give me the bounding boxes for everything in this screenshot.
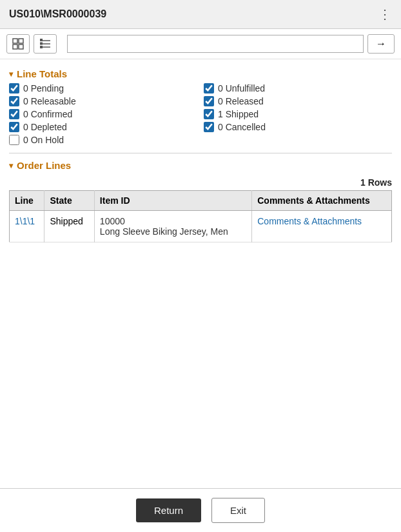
checkbox-confirmed-label: 0 Confirmed [23,109,72,119]
go-button[interactable]: → [367,34,395,54]
item-id-value: 10000 [100,216,246,226]
checkbox-shipped[interactable]: 1 Shipped [204,109,392,119]
checkbox-unfulfilled-label: 0 Unfulfilled [218,83,265,94]
comments-attachments-link[interactable]: Comments & Attachments [257,216,362,226]
checkbox-pending[interactable]: 0 Pending [9,83,197,94]
order-lines-section-header[interactable]: ▾ Order Lines [9,153,392,175]
checkbox-releasable-input[interactable] [9,96,19,106]
checkbox-shipped-input[interactable] [204,109,214,119]
checkbox-depleted-label: 0 Depleted [23,122,67,132]
table-header-row: Line State Item ID Comments & Attachment… [10,191,392,211]
order-lines-label: Order Lines [17,160,71,171]
checkbox-depleted[interactable]: 0 Depleted [9,122,197,132]
list-view-button[interactable] [34,34,57,54]
svg-rect-8 [40,43,43,45]
col-item-id: Item ID [94,191,251,211]
search-input[interactable] [67,35,364,53]
main-content: ▾ Line Totals 0 Pending 0 Unfulfilled 0 … [0,62,401,242]
exit-button[interactable]: Exit [211,498,265,523]
checkbox-on-hold-input[interactable] [9,135,19,145]
checkbox-cancelled[interactable]: 0 Cancelled [204,122,392,132]
line-totals-section-header[interactable]: ▾ Line Totals [9,62,392,83]
checkbox-cancelled-label: 0 Cancelled [218,122,266,132]
search-container [67,35,364,53]
checkbox-on-hold[interactable]: 0 On Hold [9,135,197,145]
checkbox-on-hold-label: 0 On Hold [23,135,64,145]
checkbox-pending-input[interactable] [9,83,19,94]
checkbox-released-input[interactable] [204,96,214,106]
footer: Return Exit [0,488,401,532]
toolbar: → [0,29,401,59]
line-totals-label: Line Totals [17,68,67,79]
cell-item-id: 10000 Long Sleeve Biking Jersey, Men [94,211,251,242]
table-row: 1\1\1 Shipped 10000 Long Sleeve Biking J… [10,211,392,242]
return-button[interactable]: Return [136,498,201,522]
state-value: Shipped [50,216,83,226]
col-line: Line [10,191,44,211]
checkbox-released[interactable]: 0 Released [204,96,392,106]
order-lines-table: Line State Item ID Comments & Attachment… [9,190,392,242]
checkbox-releasable-label: 0 Releasable [23,96,76,106]
item-name-value: Long Sleeve Biking Jersey, Men [100,226,246,237]
checkbox-confirmed[interactable]: 0 Confirmed [9,109,197,119]
svg-rect-2 [13,44,17,49]
svg-rect-7 [40,39,43,41]
checkbox-cancelled-input[interactable] [204,122,214,132]
cell-comments: Comments & Attachments [252,211,392,242]
checkbox-depleted-input[interactable] [9,122,19,132]
checkbox-pending-label: 0 Pending [23,83,64,94]
checkbox-confirmed-input[interactable] [9,109,19,119]
page-title: US010\MSR0000039 [9,8,106,20]
col-comments: Comments & Attachments [252,191,392,211]
svg-rect-0 [13,39,17,43]
cell-line: 1\1\1 [10,211,44,242]
app-header: US010\MSR0000039 ⋮ [0,0,401,29]
checkbox-released-label: 0 Released [218,96,264,106]
line-link[interactable]: 1\1\1 [15,216,35,226]
rows-count: 1 Rows [9,175,392,190]
checkbox-unfulfilled[interactable]: 0 Unfulfilled [204,83,392,94]
line-totals-checkboxes: 0 Pending 0 Unfulfilled 0 Releasable 0 R… [9,83,392,150]
checkbox-releasable[interactable]: 0 Releasable [9,96,197,106]
checkbox-shipped-label: 1 Shipped [218,109,259,119]
grid-view-button[interactable] [6,34,30,54]
menu-icon[interactable]: ⋮ [378,6,392,22]
checkbox-unfulfilled-input[interactable] [204,83,214,94]
cell-state: Shipped [44,211,94,242]
order-lines-chevron: ▾ [9,161,13,170]
col-state: State [44,191,94,211]
svg-rect-1 [19,39,23,43]
line-totals-chevron: ▾ [9,70,13,79]
svg-rect-9 [40,46,43,48]
svg-rect-3 [19,44,23,49]
